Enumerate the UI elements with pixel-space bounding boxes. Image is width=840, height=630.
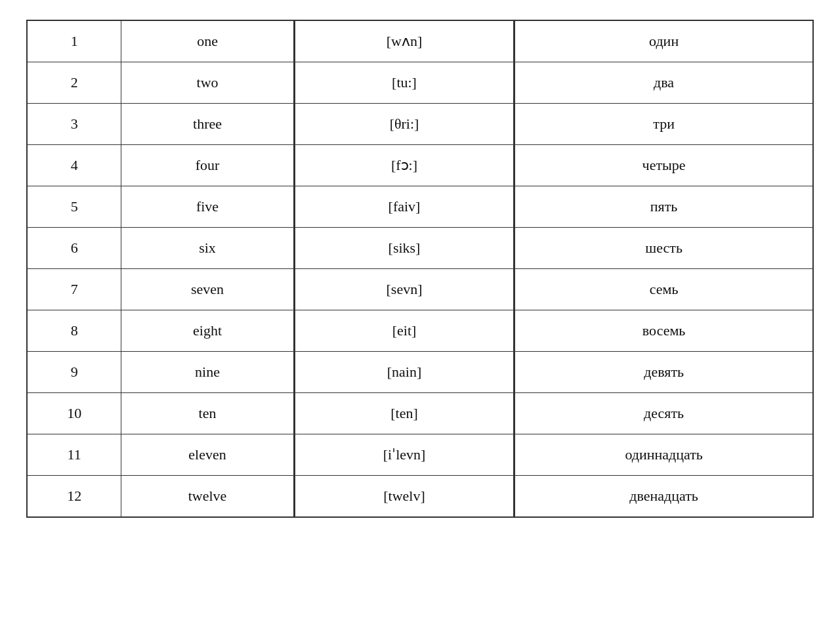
table-row: 4four[fɔ:]четыре xyxy=(27,145,813,186)
cell-transcription: [tu:] xyxy=(294,62,514,104)
cell-transcription: [siks] xyxy=(294,228,514,269)
cell-word: four xyxy=(121,145,295,186)
cell-word: ten xyxy=(121,393,295,434)
table-row: 7seven[sevn]семь xyxy=(27,269,813,310)
cell-translation: семь xyxy=(514,269,813,310)
table-row: 2two[tu:]два xyxy=(27,62,813,104)
cell-number: 7 xyxy=(27,269,121,310)
cell-translation: один xyxy=(514,20,813,62)
cell-translation: десять xyxy=(514,393,813,434)
cell-word: nine xyxy=(121,352,295,393)
table-row: 3three[θri:]три xyxy=(27,104,813,145)
cell-number: 9 xyxy=(27,352,121,393)
table-row: 5five[faiv]пять xyxy=(27,186,813,228)
cell-word: two xyxy=(121,62,295,104)
cell-translation: восемь xyxy=(514,310,813,352)
cell-translation: два xyxy=(514,62,813,104)
numbers-table: 1one[wʌn]один2two[tu:]два3three[θri:]три… xyxy=(26,20,814,518)
cell-transcription: [ten] xyxy=(294,393,514,434)
table-row: 6six[siks]шесть xyxy=(27,228,813,269)
cell-transcription: [θri:] xyxy=(294,104,514,145)
cell-word: one xyxy=(121,20,295,62)
cell-transcription: [twelv] xyxy=(294,476,514,518)
cell-word: eight xyxy=(121,310,295,352)
cell-word: seven xyxy=(121,269,295,310)
cell-translation: одиннадцать xyxy=(514,434,813,476)
cell-transcription: [wʌn] xyxy=(294,20,514,62)
cell-number: 12 xyxy=(27,476,121,518)
cell-number: 10 xyxy=(27,393,121,434)
cell-word: eleven xyxy=(121,434,295,476)
cell-translation: двенадцать xyxy=(514,476,813,518)
table-row: 1one[wʌn]один xyxy=(27,20,813,62)
cell-number: 3 xyxy=(27,104,121,145)
table-row: 11eleven[iˈlevn]одиннадцать xyxy=(27,434,813,476)
cell-translation: шесть xyxy=(514,228,813,269)
numbers-table-container: 1one[wʌn]один2two[tu:]два3three[θri:]три… xyxy=(26,20,814,518)
cell-transcription: [faiv] xyxy=(294,186,514,228)
cell-number: 2 xyxy=(27,62,121,104)
cell-number: 1 xyxy=(27,20,121,62)
cell-number: 8 xyxy=(27,310,121,352)
cell-number: 5 xyxy=(27,186,121,228)
cell-transcription: [iˈlevn] xyxy=(294,434,514,476)
cell-translation: пять xyxy=(514,186,813,228)
cell-translation: девять xyxy=(514,352,813,393)
cell-transcription: [eit] xyxy=(294,310,514,352)
cell-word: twelve xyxy=(121,476,295,518)
cell-translation: три xyxy=(514,104,813,145)
cell-word: five xyxy=(121,186,295,228)
cell-number: 4 xyxy=(27,145,121,186)
table-row: 9nine[nain]девять xyxy=(27,352,813,393)
table-row: 8eight[eit]восемь xyxy=(27,310,813,352)
table-row: 10ten[ten]десять xyxy=(27,393,813,434)
cell-transcription: [sevn] xyxy=(294,269,514,310)
cell-transcription: [fɔ:] xyxy=(294,145,514,186)
cell-word: three xyxy=(121,104,295,145)
cell-word: six xyxy=(121,228,295,269)
cell-translation: четыре xyxy=(514,145,813,186)
cell-number: 6 xyxy=(27,228,121,269)
table-row: 12twelve[twelv]двенадцать xyxy=(27,476,813,518)
cell-transcription: [nain] xyxy=(294,352,514,393)
cell-number: 11 xyxy=(27,434,121,476)
